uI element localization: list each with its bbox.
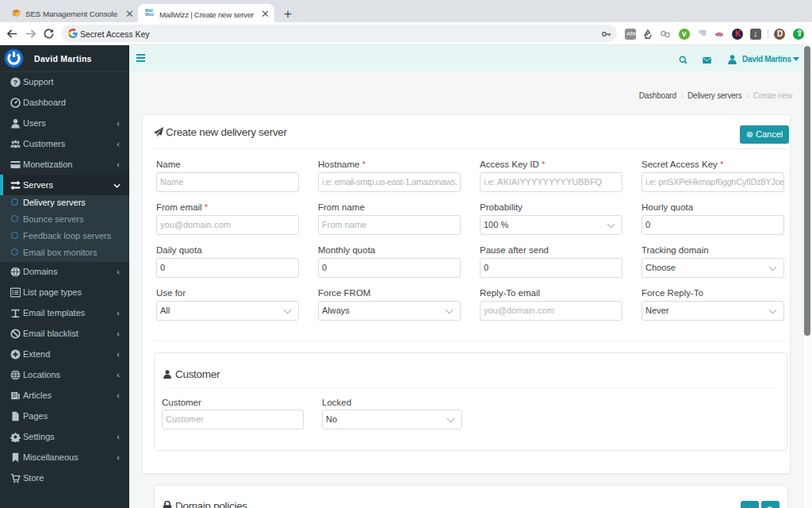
svg-text:?: ? (13, 79, 17, 87)
